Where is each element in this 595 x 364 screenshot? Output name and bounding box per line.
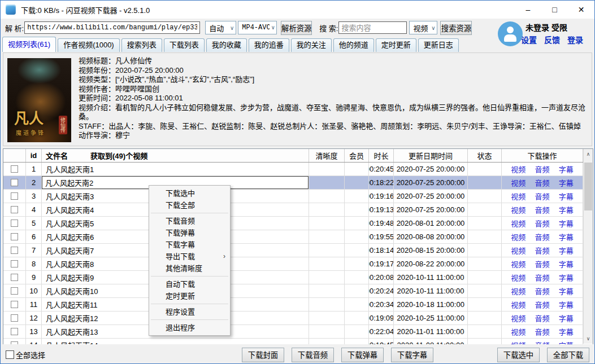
download-subtitle-link[interactable]: 字幕 [559,218,574,229]
download-subtitle-link[interactable]: 字幕 [559,231,574,242]
download-video-link[interactable]: 视频 [511,272,525,283]
download-video-link[interactable]: 视频 [511,286,525,296]
download-video-link[interactable]: 视频 [511,164,525,174]
download-subtitle-link[interactable]: 字幕 [559,326,574,337]
row-checkbox[interactable] [11,341,18,344]
tab[interactable]: 作者视频(1000) [58,38,120,52]
download-video-link[interactable]: 视频 [511,326,525,337]
footer-button[interactable]: 下载封面 [242,348,284,362]
download-audio-link[interactable]: 音频 [535,272,549,283]
account-link[interactable]: 反馈 [544,34,560,45]
footer-button[interactable]: 下载音频 [292,348,334,362]
context-menu-item[interactable]: 下载音频 [149,215,230,227]
table-row[interactable]: 1 凡人风起天南1 00:20:45 2020-07-25 20:00:00 视… [3,163,593,176]
row-checkbox[interactable] [11,220,18,227]
table-row[interactable]: 7 凡人风起天南7 00:18:14 2020-08-15 20:00:00 视… [3,244,593,257]
row-checkbox[interactable] [11,247,18,254]
download-audio-link[interactable]: 音频 [535,326,549,337]
download-audio-link[interactable]: 音频 [535,313,549,323]
tab[interactable]: 下载列表 [164,38,205,52]
url-input[interactable] [24,21,200,34]
user-avatar-icon[interactable] [498,21,523,46]
download-subtitle-link[interactable]: 字幕 [559,245,574,256]
download-subtitle-link[interactable]: 字幕 [559,164,574,174]
scrollbar-thumb[interactable] [584,163,592,210]
download-video-link[interactable]: 视频 [511,313,525,323]
context-menu-item[interactable]: 下载字幕 [149,239,230,251]
close-button[interactable]: ✕ [568,1,594,19]
download-audio-link[interactable]: 音频 [535,191,549,201]
context-menu-item[interactable]: 自动下载 [149,278,230,290]
context-menu-item[interactable]: 其他清晰度 [149,262,230,274]
mode-select[interactable]: 自动 ∨ [205,21,236,34]
row-checkbox[interactable] [11,165,18,173]
account-link[interactable]: 设置 [521,34,537,45]
download-video-link[interactable]: 视频 [511,218,525,229]
context-menu-item[interactable]: 定时更新 [149,290,230,302]
download-audio-link[interactable]: 音频 [535,286,549,296]
download-video-link[interactable]: 视频 [511,245,525,256]
download-subtitle-link[interactable]: 字幕 [559,177,574,188]
tab[interactable]: 搜索列表 [121,38,162,52]
search-type-select[interactable]: 视频 ∨ [409,21,437,34]
search-resource-button[interactable]: 搜索资源 [440,21,472,35]
row-checkbox[interactable] [11,314,18,322]
row-checkbox[interactable] [11,328,18,335]
parse-button[interactable]: 解析资源 [281,21,312,35]
tab[interactable]: 更新日志 [418,38,459,52]
table-row[interactable]: 10 凡人风起天南10 00:20:24 2020-10-11 11:00:00… [3,284,593,298]
scroll-down-icon[interactable]: ∨ [584,334,593,343]
context-menu-item[interactable]: 程序设置 [149,306,230,318]
table-row[interactable]: 11 凡人风起天南11 00:20:34 2020-10-18 11:00:00… [3,298,593,312]
download-video-link[interactable]: 视频 [511,204,525,215]
row-checkbox[interactable] [11,301,18,308]
context-menu-item[interactable]: 退出程序 [149,322,230,334]
table-row[interactable]: 8 凡人风起天南8 00:19:17 2020-08-22 20:00:00 视… [3,257,593,271]
row-checkbox[interactable] [11,206,18,213]
download-subtitle-link[interactable]: 字幕 [559,204,574,215]
footer-button[interactable]: 全部下载 [547,348,589,362]
table-row[interactable]: 12 凡人风起天南12 00:19:09 2020-10-25 11:00:00… [3,312,593,325]
context-menu-item[interactable]: 导出下载 › [149,251,230,262]
download-audio-link[interactable]: 音频 [535,231,549,242]
tab[interactable]: 视频列表(61) [2,37,56,52]
download-subtitle-link[interactable]: 字幕 [559,340,574,344]
row-checkbox[interactable] [11,179,18,186]
format-select[interactable]: MP4-AVC ∨ [238,21,277,34]
tab[interactable]: 我的收藏 [206,38,247,52]
context-menu-item[interactable]: 下载选中 [149,187,230,199]
download-video-link[interactable]: 视频 [511,299,525,310]
footer-button[interactable]: 下载弹幕 [341,348,384,362]
download-audio-link[interactable]: 音频 [535,164,549,174]
download-audio-link[interactable]: 音频 [535,299,549,310]
download-subtitle-link[interactable]: 字幕 [559,272,574,283]
download-video-link[interactable]: 视频 [511,258,525,269]
download-audio-link[interactable]: 音频 [535,340,549,344]
download-subtitle-link[interactable]: 字幕 [559,299,574,310]
download-video-link[interactable]: 视频 [511,191,525,201]
vertical-scrollbar[interactable]: ∧ ∨ [583,149,593,344]
row-checkbox[interactable] [11,233,18,240]
download-video-link[interactable]: 视频 [511,177,525,188]
tab[interactable]: 我的追番 [249,38,289,52]
context-menu-item[interactable]: 下载弹幕 [149,227,230,239]
footer-button[interactable]: 下载选中 [497,348,540,362]
tab[interactable]: 我的关注 [291,38,332,52]
table-row[interactable]: 13 凡人风起天南13 00:22:04 2020-11-01 11:00:00… [3,325,593,339]
select-all-checkbox[interactable] [6,350,14,359]
table-row[interactable]: 9 凡人风起天南9 00:20:08 2020-10-11 11:00:00 视… [3,271,593,284]
row-checkbox[interactable] [11,274,18,281]
download-audio-link[interactable]: 音频 [535,258,549,269]
download-audio-link[interactable]: 音频 [535,218,549,229]
download-subtitle-link[interactable]: 字幕 [559,258,574,269]
table-row[interactable]: 6 凡人风起天南6 00:19:55 2020-08-08 20:00:00 视… [3,230,593,244]
search-input[interactable] [338,21,407,34]
table-row[interactable]: 4 凡人风起天南4 00:19:13 2020-07-25 20:00:00 视… [3,203,593,217]
context-menu-item[interactable]: 下载全部 [149,199,230,211]
row-checkbox[interactable] [11,287,18,295]
table-row[interactable]: 5 凡人风起天南5 00:19:48 2020-08-01 20:00:00 视… [3,217,593,230]
download-audio-link[interactable]: 音频 [535,204,549,215]
tab[interactable]: 定时更新 [376,38,416,52]
download-subtitle-link[interactable]: 字幕 [559,191,574,201]
download-audio-link[interactable]: 音频 [535,245,549,256]
